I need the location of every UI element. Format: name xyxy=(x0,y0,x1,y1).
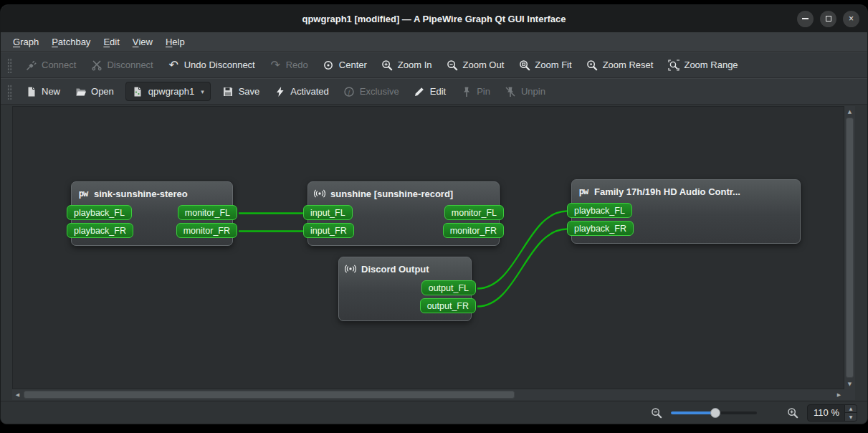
center-icon xyxy=(323,59,335,71)
menu-help[interactable]: Help xyxy=(159,32,191,51)
patchbay-doc-icon xyxy=(132,85,144,97)
edit-pencil-icon xyxy=(414,85,426,97)
graph-canvas[interactable]: pwsink-sunshine-stereoplayback_FLmonitor… xyxy=(12,106,844,389)
toolbar-label-save: Save xyxy=(239,86,260,97)
toolbar-label-unpin: Unpin xyxy=(521,86,545,97)
node-title: sunshine [sunshine-record] xyxy=(330,189,453,199)
undo-icon: ↶ xyxy=(168,59,180,71)
toolbar-label-zoom-fit: Zoom Fit xyxy=(535,60,571,70)
input-port[interactable]: input_FR xyxy=(303,223,354,238)
menu-view[interactable]: View xyxy=(126,32,159,51)
input-port[interactable]: playback_FL xyxy=(567,203,632,218)
qpwgraph-window: qpwgraph1 [modified] — A PipeWire Graph … xyxy=(0,4,868,424)
toolbar-drag-handle[interactable] xyxy=(7,84,12,100)
toolbar-button-pin[interactable]: Pin xyxy=(454,82,497,101)
toolbar-button-activated[interactable]: Activated xyxy=(267,82,335,101)
zoom-slider-handle[interactable] xyxy=(710,408,720,418)
window-title: qpwgraph1 [modified] — A PipeWire Graph … xyxy=(302,14,566,24)
toolbar-label-zoom-range: Zoom Range xyxy=(684,60,738,70)
zoom-slider-fill xyxy=(671,411,715,414)
toolbar-button-exclusive[interactable]: fExclusive xyxy=(337,82,406,101)
node-sink[interactable]: pwsink-sunshine-stereoplayback_FLmonitor… xyxy=(71,181,233,246)
zoom-out-icon[interactable] xyxy=(651,407,662,419)
scroll-up-arrow-icon[interactable]: ▲ xyxy=(844,106,855,117)
toolbar-label-pin: Pin xyxy=(477,86,490,97)
zoom-decrement-button[interactable]: ▼ xyxy=(845,413,857,421)
minimize-button[interactable] xyxy=(797,11,814,27)
zoom-spin-arrows: ▲ ▼ xyxy=(844,405,857,421)
minimize-icon xyxy=(802,18,809,19)
toolbar-button-undo-disconnect[interactable]: ↶Undo Disconnect xyxy=(161,55,262,75)
node-sunshine[interactable]: sunshine [sunshine-record]input_FLmonito… xyxy=(307,181,500,246)
zoom-out-icon xyxy=(447,59,459,71)
statusbar: 110 % ▲ ▼ xyxy=(1,401,867,424)
input-port[interactable]: playback_FR xyxy=(567,221,634,236)
toolbar-button-center[interactable]: Center xyxy=(316,55,373,75)
node-discord[interactable]: Discord Outputoutput_FLoutput_FR xyxy=(338,257,472,321)
canvas-area: pwsink-sunshine-stereoplayback_FLmonitor… xyxy=(1,105,867,401)
toolbar-button-connect[interactable]: Connect xyxy=(19,55,82,75)
output-port[interactable]: output_FR xyxy=(420,298,476,313)
patchbay-selector[interactable]: qpwgraph1▾ xyxy=(125,82,211,101)
input-port[interactable]: playback_FL xyxy=(67,205,132,220)
menu-graph[interactable]: Graph xyxy=(6,32,45,51)
port-row: input_FRmonitor_FR xyxy=(314,222,493,239)
port-row: input_FLmonitor_FL xyxy=(314,204,493,222)
window-controls: × xyxy=(797,5,859,32)
toolbar-button-zoom-reset[interactable]: Zoom Reset xyxy=(580,55,660,75)
vertical-scroll-thumb[interactable] xyxy=(846,118,854,378)
toolbar-label-edit: Edit xyxy=(430,86,446,97)
toolbar-button-redo[interactable]: ↷Redo xyxy=(263,55,315,75)
scroll-down-arrow-icon[interactable]: ▼ xyxy=(844,379,855,389)
node-title: Discord Output xyxy=(361,264,429,275)
titlebar[interactable]: qpwgraph1 [modified] — A PipeWire Graph … xyxy=(1,5,867,32)
zoom-spinbox[interactable]: 110 % ▲ ▼ xyxy=(807,404,857,422)
close-button[interactable]: × xyxy=(843,11,859,27)
zoom-reset-icon xyxy=(586,59,598,71)
scrollbar-corner xyxy=(844,389,855,400)
toolbar-label-disconnect: Disconnect xyxy=(107,60,153,70)
toolbar-drag-handle[interactable] xyxy=(7,57,12,73)
horizontal-scrollbar[interactable]: ◀ ▶ xyxy=(12,389,844,400)
maximize-button[interactable] xyxy=(820,11,836,27)
output-port[interactable]: monitor_FR xyxy=(176,223,237,238)
output-port[interactable]: output_FL xyxy=(421,280,476,295)
new-doc-icon xyxy=(25,85,37,97)
zoom-in-icon xyxy=(381,59,394,71)
svg-text:f: f xyxy=(348,88,351,95)
horizontal-scroll-thumb[interactable] xyxy=(24,391,515,399)
toolbar-button-save[interactable]: Save xyxy=(216,82,267,101)
pipewire-icon: pw xyxy=(578,186,589,197)
menu-patchbay[interactable]: Patchbay xyxy=(45,32,97,51)
node-family[interactable]: pwFamily 17h/19h HD Audio Contr...playba… xyxy=(571,179,801,244)
zoom-in-icon[interactable] xyxy=(787,407,798,419)
toolbar-button-zoom-range[interactable]: Zoom Range xyxy=(661,55,744,75)
output-port[interactable]: monitor_FL xyxy=(444,205,504,220)
zoom-slider[interactable] xyxy=(671,408,757,418)
exclusive-icon: f xyxy=(343,85,356,97)
toolbar-button-new[interactable]: New xyxy=(19,82,67,101)
toolbar-label-activated: Activated xyxy=(290,86,328,97)
input-port[interactable]: playback_FR xyxy=(67,223,133,238)
scroll-left-arrow-icon[interactable]: ◀ xyxy=(12,389,23,400)
toolbar-button-zoom-fit[interactable]: Zoom Fit xyxy=(512,55,578,75)
toolbar-label-zoom-reset: Zoom Reset xyxy=(603,60,654,70)
output-port[interactable]: monitor_FR xyxy=(443,223,504,238)
input-port[interactable]: input_FL xyxy=(303,205,353,220)
zoom-increment-button[interactable]: ▲ xyxy=(845,405,857,414)
vertical-scrollbar[interactable]: ▲ ▼ xyxy=(844,106,855,389)
output-port[interactable]: monitor_FL xyxy=(178,205,237,220)
toolbar-button-disconnect[interactable]: Disconnect xyxy=(84,55,159,75)
port-row: playback_FRmonitor_FR xyxy=(77,222,226,239)
toolbar-button-open[interactable]: Open xyxy=(68,82,120,101)
menu-edit[interactable]: Edit xyxy=(97,32,125,51)
node-header: sunshine [sunshine-record] xyxy=(314,186,493,201)
toolbar-button-zoom-out[interactable]: Zoom Out xyxy=(440,55,511,75)
toolbar-button-unpin[interactable]: Unpin xyxy=(498,82,552,101)
patchbay-toolbar: NewOpenqpwgraph1▾SaveActivatedfExclusive… xyxy=(1,78,867,105)
port-row: playback_FR xyxy=(578,219,794,237)
toolbar-button-edit[interactable]: Edit xyxy=(407,82,452,101)
scroll-right-arrow-icon[interactable]: ▶ xyxy=(834,389,844,400)
toolbar-button-zoom-in[interactable]: Zoom In xyxy=(375,55,439,75)
chevron-down-icon: ▾ xyxy=(201,88,204,95)
